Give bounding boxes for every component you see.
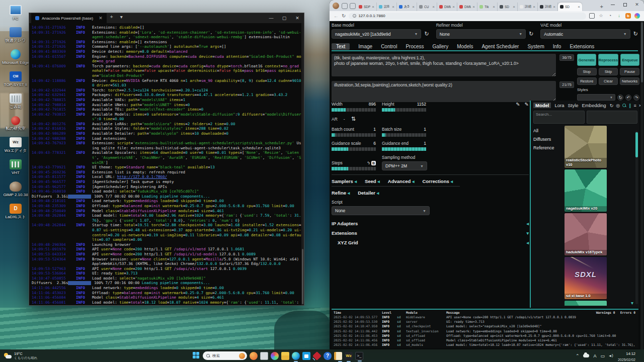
styles-apply-icon[interactable]: ↶ [625, 95, 631, 101]
tab-agent-scheduler[interactable]: Agent Scheduler [481, 44, 519, 49]
new-tab-button[interactable]: + [597, 4, 607, 11]
terminal-new-tab-button[interactable]: + [107, 13, 117, 23]
terminal-scrollbar[interactable] [301, 23, 304, 305]
search-icon[interactable] [622, 104, 626, 108]
site-info-icon[interactable]: i [353, 14, 356, 18]
browser-tab[interactable]: DMM× [457, 3, 477, 11]
tab-close-icon[interactable]: × [412, 5, 415, 9]
desktop-icon-tele[interactable]: 快適テレワ [2, 27, 29, 43]
networks-tab-lora[interactable]: Lora [554, 103, 564, 108]
refresh-icon[interactable]: ↻ [610, 103, 614, 108]
browser-tab[interactable]: 設B× [377, 3, 397, 11]
tab-close-icon[interactable]: × [372, 5, 374, 9]
pause-icon[interactable]: ∥ [629, 103, 631, 108]
browser-close-button[interactable]: ✕ [631, 0, 643, 9]
accordion-advanced[interactable]: Advanced ◂ [388, 178, 415, 184]
onedrive-icon[interactable] [583, 354, 589, 357]
restore-button[interactable]: Restore [577, 77, 597, 85]
workspaces-icon[interactable] [342, 3, 348, 9]
styles-dropdown[interactable]: ▼ [577, 94, 615, 101]
taskbar-security-app-icon[interactable] [312, 351, 321, 360]
browser-maximize-button[interactable] [619, 0, 631, 9]
tab-close-icon[interactable]: × [472, 5, 475, 9]
page-scrollbar[interactable] [640, 21, 643, 349]
favorites-icon[interactable]: ☆ [598, 13, 604, 19]
model-dropdown[interactable]: Automatic▼ [540, 29, 630, 39]
network-icon[interactable]: ▭ [600, 353, 605, 358]
tab-actions-icon[interactable] [350, 3, 356, 9]
errors-count[interactable]: Errors 0 [620, 311, 635, 314]
networks-button[interactable]: Networks [620, 77, 639, 85]
tab-text[interactable]: Text [332, 43, 350, 50]
tab-close-icon[interactable]: × [452, 5, 455, 9]
networks-description-input[interactable] [587, 111, 638, 124]
desktop-icon-tv[interactable]: CMTOP-SYST II [2, 71, 29, 87]
styles-refresh-icon[interactable]: ↻ [617, 95, 623, 101]
browser-tab[interactable]: SDP× [357, 3, 377, 11]
accordion-detailer[interactable]: Detailer ◂ [358, 190, 379, 196]
model-card[interactable]: hadukiMix v16Typek [565, 213, 607, 255]
generate-button[interactable]: Generate [577, 54, 596, 66]
desktop-icon-edge[interactable]: Microsoft Edge [2, 49, 29, 65]
browser-tab[interactable]: 詳細× [538, 3, 558, 11]
taskbar-wz-editor-icon[interactable]: Wz [345, 352, 353, 360]
networks-scrollbar[interactable] [635, 131, 638, 304]
model-refresh-icon[interactable]: ↻ [424, 31, 429, 37]
browser-profile-avatar[interactable] [333, 3, 339, 9]
tab-close-icon[interactable]: × [493, 5, 495, 9]
browser-minimize-button[interactable] [607, 0, 619, 9]
model-dropdown[interactable]: None▼ [436, 29, 526, 39]
tab-image[interactable]: Image [358, 44, 372, 49]
pause-button[interactable]: Pause [620, 68, 639, 75]
taskbar-help-app-icon[interactable]: ? [324, 352, 332, 360]
model-card[interactable] [565, 301, 607, 306]
browser-tab-active[interactable]: SD× [558, 3, 582, 11]
terminal-maximize-button[interactable]: ▢ [278, 13, 291, 23]
model-dropdown[interactable]: nagatsukiMix_v20 [1a3d9e9d▼ [332, 29, 421, 39]
scan-icon[interactable]: ◎ [616, 103, 620, 108]
show-desktop-button[interactable] [639, 351, 641, 360]
networks-category-reference[interactable]: Reference [533, 145, 565, 150]
tab-close-icon[interactable]: × [533, 5, 535, 9]
accordion-refine[interactable]: Refine ◂ [332, 190, 350, 196]
steps-mode-icon[interactable]: ϟ [367, 160, 370, 165]
script-dropdown[interactable]: None▼ [332, 206, 430, 215]
accordion-samplers[interactable]: Samplers ◂ [332, 178, 357, 184]
taskbar-edge-icon[interactable] [292, 352, 300, 360]
section-xyz-grid[interactable]: XYZ Grid◂ [332, 238, 529, 247]
terminal-tab-dropdown-icon[interactable]: ▾ [117, 13, 126, 23]
tab-system[interactable]: System [527, 44, 544, 49]
back-icon[interactable]: ← [334, 13, 339, 19]
taskbar-file-explorer-icon[interactable] [281, 352, 289, 360]
tab-close-icon[interactable]: × [513, 5, 515, 9]
terminal-output[interactable]: 14:09:31-271926INFOExtensions: disabled=… [29, 23, 304, 305]
desktop-icon-lab[interactable]: 私の研究室 [2, 116, 29, 131]
desktop-icon-pc[interactable]: PC [2, 5, 29, 21]
taskbar-task-view-icon[interactable] [260, 352, 268, 360]
accordion-corrections[interactable]: Corrections ◂ [422, 178, 453, 184]
desktop-icon-ldx[interactable]: DLaDXLスト [2, 204, 29, 219]
desktop-icon-vht[interactable]: VHT [2, 159, 29, 175]
accordion-seed[interactable]: Seed ◂ [365, 178, 380, 184]
tab-extensions[interactable]: Extensions [570, 44, 594, 49]
enqueue-button[interactable]: Enqueue [620, 54, 639, 66]
browser-tab[interactable]: Tik× [477, 3, 498, 11]
terminal-close-button[interactable]: ✕ [291, 13, 304, 23]
networks-category-all[interactable]: All [533, 128, 565, 133]
downloads-icon[interactable]: ↓ [616, 13, 622, 19]
tab-process[interactable]: Process [406, 44, 424, 49]
terminal-tab-close-icon[interactable]: ✕ [99, 16, 103, 21]
networks-expand-icon[interactable]: ▾ [631, 300, 633, 306]
tab-info[interactable]: Info [553, 44, 561, 49]
networks-search-input[interactable] [533, 111, 585, 124]
start-button[interactable] [193, 352, 200, 359]
desktop-icon-bin[interactable]: ごみ箱 [2, 94, 29, 109]
networks-tab-embedding[interactable]: Embedding [582, 103, 606, 108]
reprocess-button[interactable]: Reprocess [598, 54, 618, 66]
ime-indicator[interactable]: A [593, 353, 596, 358]
model-refresh-icon[interactable]: ↻ [529, 31, 533, 37]
warnings-count[interactable]: Warnings 0 [596, 311, 615, 314]
refresh-icon[interactable]: ↻ [342, 13, 346, 19]
browser-tab[interactable]: あ5× [397, 3, 417, 11]
ar-value[interactable]: - [344, 117, 345, 122]
